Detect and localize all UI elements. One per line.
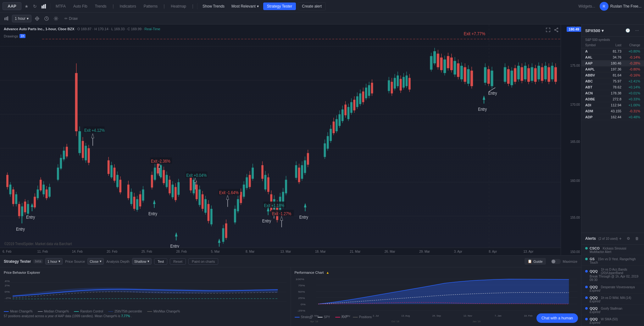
paint-btn[interactable]: Paint on charts bbox=[188, 258, 218, 265]
watchlist-item[interactable]: ABT 78.62 +0.14% bbox=[581, 84, 644, 90]
fullscreen-btn[interactable] bbox=[545, 27, 551, 34]
svg-text:Entry: Entry bbox=[478, 107, 487, 112]
alert-dot bbox=[585, 296, 588, 299]
reset-btn[interactable]: Reset bbox=[170, 258, 186, 265]
heatmap-dots[interactable]: ⋮ bbox=[191, 4, 195, 8]
watchlist-item[interactable]: A 81.73 +0.80% bbox=[581, 48, 644, 54]
legend-percentile: 25th/75th percentile bbox=[108, 310, 142, 313]
current-price: 180.49 bbox=[569, 27, 579, 31]
date-26mar: 26. Mar bbox=[385, 250, 419, 253]
alerts-container: CSCO Kickass Sinoussi Multifactor Alert … bbox=[581, 244, 644, 326]
watchlist-item[interactable]: AAL 34.76 -0.14% bbox=[581, 54, 644, 60]
widgets-btn[interactable]: Widgets... bbox=[576, 3, 597, 10]
add-alert-btn[interactable]: + bbox=[618, 235, 623, 242]
watchlist-item[interactable]: AAP 180.46 -0.28% bbox=[581, 60, 644, 66]
wl-last: 34.76 bbox=[604, 55, 621, 59]
heatmap-btn[interactable]: Heatmap bbox=[168, 3, 189, 10]
watchlist-item[interactable]: ACN 178.38 +0.01% bbox=[581, 90, 644, 96]
wl-last: 180.46 bbox=[604, 61, 621, 65]
indicators-btn[interactable]: Indicators bbox=[117, 3, 139, 10]
watchlist-item[interactable]: AAPL 197.36 -0.80% bbox=[581, 66, 644, 72]
watchlist-item[interactable]: ADBE 272.8 +0.33% bbox=[581, 96, 644, 102]
auto-fib-btn[interactable]: Auto Fib bbox=[70, 3, 90, 10]
test-btn[interactable]: Test bbox=[154, 258, 167, 265]
settings-btn[interactable] bbox=[52, 15, 60, 22]
mtfa-btn[interactable]: MTFA bbox=[53, 3, 69, 10]
alert-delete-btn[interactable]: 🗑 bbox=[634, 235, 640, 242]
stats-value: 7.77% bbox=[121, 314, 130, 318]
symbol-display[interactable]: AAP bbox=[3, 2, 21, 10]
watchlist-item[interactable]: ADI 112.94 +1.00% bbox=[581, 102, 644, 108]
alert-item[interactable]: QQQ Desperate Visvesvaraya Expired bbox=[581, 283, 644, 294]
chart-type-btn[interactable] bbox=[40, 3, 47, 10]
show-trends-btn[interactable]: Show Trends bbox=[200, 3, 227, 10]
user-name[interactable]: Ruslan The Free... bbox=[610, 4, 641, 8]
price-source-select[interactable]: Close ▾ bbox=[87, 258, 104, 265]
beta-badge: beta bbox=[33, 259, 42, 263]
watchlist-item[interactable]: ADM 43.155 -0.31% bbox=[581, 108, 644, 114]
spx-title[interactable]: SPX500 ▾ bbox=[585, 28, 604, 33]
wl-symbol: AAP bbox=[585, 61, 604, 65]
create-alert-btn[interactable]: Create alert bbox=[298, 2, 326, 10]
alert-item[interactable]: QQQ 1h vs D Wild. MA (14) Expired bbox=[581, 294, 644, 305]
alerts-title: Alerts bbox=[585, 236, 597, 241]
chevron-icon2: ▾ bbox=[100, 259, 102, 263]
alert-item[interactable]: QQQ Goofy Stallman Expired bbox=[581, 305, 644, 315]
svg-point-12 bbox=[557, 31, 558, 32]
svg-text:-25%: -25% bbox=[297, 309, 305, 312]
alert-settings-btn[interactable]: ⚙ bbox=[625, 235, 631, 242]
spx-name: SPX500 bbox=[585, 28, 600, 33]
alert-item[interactable]: QQQ 1h vs D Acc.Bands (20)/UpperBand Bre… bbox=[581, 266, 644, 283]
analysis-depth-select[interactable]: Shallow ▾ bbox=[132, 258, 152, 265]
alert-item[interactable]: CSCO Kickass Sinoussi Multifactor Alert bbox=[581, 244, 644, 255]
draw-btn[interactable]: ✏ Draw bbox=[62, 15, 80, 22]
user-avatar[interactable]: R bbox=[600, 2, 608, 11]
chart-header: Advance Auto Parts Inc., 1-hour, Cboe BZ… bbox=[4, 27, 160, 31]
alert-header: QQQ W SMA (50) bbox=[585, 317, 640, 321]
trends-dots[interactable]: ⋮ bbox=[111, 4, 115, 8]
svg-rect-5 bbox=[7, 16, 8, 20]
maximize-switch[interactable] bbox=[551, 259, 561, 264]
strategy-tester-btn[interactable]: Strategy Tester bbox=[263, 3, 296, 10]
refresh-btn[interactable]: ↻ bbox=[32, 3, 38, 10]
interval-selector[interactable]: 1 hour ▾ bbox=[12, 15, 31, 22]
alert-expired: Expired bbox=[590, 321, 640, 324]
watchlist-item[interactable]: ABBV 81.64 -0.16% bbox=[581, 72, 644, 78]
patterns-btn[interactable]: Patterns bbox=[141, 3, 161, 10]
clock-sidebar-btn[interactable]: 🕐 bbox=[624, 27, 631, 34]
guide-btn[interactable]: 📋 Guide bbox=[525, 258, 546, 265]
mean-label: Mean Change% bbox=[10, 310, 33, 313]
random-label: Random Control bbox=[80, 310, 103, 313]
watchlist-item[interactable]: ABC 75.97 +2.41% bbox=[581, 78, 644, 84]
alert-item[interactable]: QQQ W SMA (50) Expired bbox=[581, 315, 644, 326]
chart-mode-btn[interactable] bbox=[3, 15, 10, 22]
alert-desc-inline: W SMA (50) bbox=[601, 318, 618, 321]
wl-symbol: A bbox=[585, 49, 604, 53]
perf-chart-title: Performance Chart ▲ bbox=[295, 271, 578, 274]
clock-btn[interactable] bbox=[43, 15, 50, 22]
interval-select[interactable]: 1 hour ▾ bbox=[45, 258, 63, 265]
chart-container[interactable]: Advance Auto Parts Inc., 1-hour, Cboe BZ… bbox=[0, 25, 581, 255]
watchlist-item[interactable]: ADP 162.44 +0.48% bbox=[581, 114, 644, 120]
minmax-label: Min/Max Change% bbox=[153, 310, 180, 313]
date-3apr: 3. Apr bbox=[454, 250, 489, 253]
crosshair-btn[interactable] bbox=[33, 15, 41, 22]
svg-rect-3 bbox=[4, 18, 5, 20]
alert-sub: Touch bbox=[590, 261, 640, 264]
alert-item[interactable]: GS 15m vs D Yest. Range/high Touch bbox=[581, 255, 644, 266]
wl-last: 272.8 bbox=[604, 97, 621, 101]
svg-text:0%: 0% bbox=[5, 290, 10, 293]
more-btn[interactable]: ⋯ bbox=[634, 27, 640, 34]
trends-btn[interactable]: Trends bbox=[92, 3, 109, 10]
wl-last: 43.155 bbox=[604, 109, 621, 113]
favorite-btn[interactable]: ★ bbox=[23, 3, 30, 10]
patterns-dots[interactable]: ⋮ bbox=[162, 4, 166, 8]
perf-chart: 100% 75% 50% 25% 0% -25% bbox=[295, 276, 578, 314]
chat-btn[interactable]: Chat with a human bbox=[536, 313, 578, 323]
most-relevant-btn[interactable]: Most Relevant ▾ bbox=[229, 3, 261, 10]
alert-symbol: QQQ bbox=[590, 306, 598, 310]
date-28feb: 28. Feb bbox=[176, 250, 211, 253]
stats-text: 57 positions analyzed across a year of A… bbox=[4, 314, 287, 318]
price-165: 165.00 bbox=[570, 140, 580, 143]
share-btn[interactable] bbox=[553, 27, 559, 34]
